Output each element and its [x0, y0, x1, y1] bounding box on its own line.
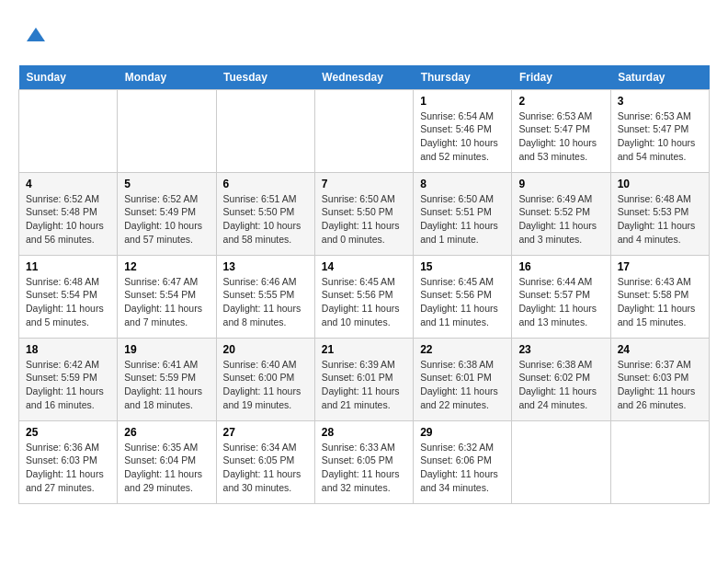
logo-icon	[22, 23, 50, 51]
calendar-cell: 25Sunrise: 6:36 AM Sunset: 6:03 PM Dayli…	[19, 420, 118, 503]
calendar-cell: 26Sunrise: 6:35 AM Sunset: 6:04 PM Dayli…	[118, 420, 216, 503]
calendar-cell: 13Sunrise: 6:46 AM Sunset: 5:55 PM Dayli…	[216, 255, 314, 338]
day-number: 20	[223, 343, 308, 356]
day-info: Sunrise: 6:53 AM Sunset: 5:47 PM Dayligh…	[618, 109, 702, 164]
day-number: 9	[518, 178, 603, 190]
svg-marker-0	[27, 28, 45, 41]
day-info: Sunrise: 6:52 AM Sunset: 5:48 PM Dayligh…	[26, 192, 110, 247]
page-header	[18, 18, 710, 56]
calendar-week-4: 25Sunrise: 6:36 AM Sunset: 6:03 PM Dayli…	[19, 420, 710, 503]
day-number: 4	[26, 178, 110, 190]
calendar-cell: 19Sunrise: 6:41 AM Sunset: 5:59 PM Dayli…	[118, 338, 216, 420]
calendar-body: 1Sunrise: 6:54 AM Sunset: 5:46 PM Daylig…	[19, 89, 710, 503]
calendar-cell: 8Sunrise: 6:50 AM Sunset: 5:51 PM Daylig…	[414, 172, 512, 255]
calendar-cell: 21Sunrise: 6:39 AM Sunset: 6:01 PM Dayli…	[314, 338, 413, 420]
calendar-week-3: 18Sunrise: 6:42 AM Sunset: 5:59 PM Dayli…	[19, 338, 710, 420]
calendar-cell: 2Sunrise: 6:53 AM Sunset: 5:47 PM Daylig…	[512, 89, 610, 172]
day-info: Sunrise: 6:52 AM Sunset: 5:49 PM Dayligh…	[124, 192, 209, 247]
day-info: Sunrise: 6:45 AM Sunset: 5:56 PM Dayligh…	[420, 275, 505, 329]
weekday-saturday: Saturday	[610, 65, 709, 90]
calendar-cell	[610, 420, 709, 503]
calendar-cell: 11Sunrise: 6:48 AM Sunset: 5:54 PM Dayli…	[19, 255, 118, 338]
day-info: Sunrise: 6:35 AM Sunset: 6:04 PM Dayligh…	[124, 441, 209, 495]
calendar-cell: 7Sunrise: 6:50 AM Sunset: 5:50 PM Daylig…	[314, 172, 413, 255]
calendar-week-1: 4Sunrise: 6:52 AM Sunset: 5:48 PM Daylig…	[19, 172, 710, 255]
calendar-cell: 18Sunrise: 6:42 AM Sunset: 5:59 PM Dayli…	[19, 338, 118, 420]
weekday-sunday: Sunday	[19, 65, 118, 90]
calendar-cell: 16Sunrise: 6:44 AM Sunset: 5:57 PM Dayli…	[512, 255, 610, 338]
day-info: Sunrise: 6:50 AM Sunset: 5:51 PM Dayligh…	[420, 192, 505, 247]
calendar-cell: 10Sunrise: 6:48 AM Sunset: 5:53 PM Dayli…	[610, 172, 709, 255]
calendar-cell	[19, 89, 118, 172]
day-number: 16	[518, 260, 603, 273]
day-info: Sunrise: 6:40 AM Sunset: 6:00 PM Dayligh…	[223, 358, 308, 412]
day-number: 11	[26, 260, 110, 273]
calendar-cell: 23Sunrise: 6:38 AM Sunset: 6:02 PM Dayli…	[512, 338, 610, 420]
calendar-cell: 4Sunrise: 6:52 AM Sunset: 5:48 PM Daylig…	[19, 172, 118, 255]
day-info: Sunrise: 6:46 AM Sunset: 5:55 PM Dayligh…	[223, 275, 308, 329]
day-info: Sunrise: 6:39 AM Sunset: 6:01 PM Dayligh…	[322, 358, 406, 412]
day-number: 13	[223, 260, 308, 273]
day-number: 28	[322, 426, 406, 439]
calendar-cell: 3Sunrise: 6:53 AM Sunset: 5:47 PM Daylig…	[610, 89, 709, 172]
day-number: 21	[322, 343, 406, 356]
day-info: Sunrise: 6:51 AM Sunset: 5:50 PM Dayligh…	[223, 192, 308, 247]
calendar-cell: 5Sunrise: 6:52 AM Sunset: 5:49 PM Daylig…	[118, 172, 216, 255]
calendar-cell: 15Sunrise: 6:45 AM Sunset: 5:56 PM Dayli…	[414, 255, 512, 338]
calendar-cell: 27Sunrise: 6:34 AM Sunset: 6:05 PM Dayli…	[216, 420, 314, 503]
day-number: 2	[518, 95, 603, 108]
calendar-cell: 29Sunrise: 6:32 AM Sunset: 6:06 PM Dayli…	[414, 420, 512, 503]
day-number: 25	[26, 426, 110, 439]
day-info: Sunrise: 6:37 AM Sunset: 6:03 PM Dayligh…	[618, 358, 702, 412]
day-number: 14	[322, 260, 406, 273]
day-info: Sunrise: 6:38 AM Sunset: 6:01 PM Dayligh…	[420, 358, 505, 412]
day-number: 5	[124, 178, 209, 190]
calendar-cell: 17Sunrise: 6:43 AM Sunset: 5:58 PM Dayli…	[610, 255, 709, 338]
weekday-monday: Monday	[118, 65, 216, 90]
logo	[18, 23, 50, 56]
weekday-wednesday: Wednesday	[314, 65, 413, 90]
weekday-header-row: SundayMondayTuesdayWednesdayThursdayFrid…	[19, 65, 710, 90]
day-number: 23	[518, 343, 603, 356]
day-info: Sunrise: 6:32 AM Sunset: 6:06 PM Dayligh…	[420, 441, 505, 495]
weekday-friday: Friday	[512, 65, 610, 90]
calendar-cell	[118, 89, 216, 172]
day-number: 3	[618, 95, 702, 108]
day-info: Sunrise: 6:41 AM Sunset: 5:59 PM Dayligh…	[124, 358, 209, 412]
calendar-week-2: 11Sunrise: 6:48 AM Sunset: 5:54 PM Dayli…	[19, 255, 710, 338]
calendar-cell	[314, 89, 413, 172]
calendar-cell: 28Sunrise: 6:33 AM Sunset: 6:05 PM Dayli…	[314, 420, 413, 503]
day-info: Sunrise: 6:53 AM Sunset: 5:47 PM Dayligh…	[518, 109, 603, 164]
day-number: 27	[223, 426, 308, 439]
day-number: 10	[618, 178, 702, 190]
day-info: Sunrise: 6:34 AM Sunset: 6:05 PM Dayligh…	[223, 441, 308, 495]
day-number: 29	[420, 426, 505, 439]
calendar-cell: 24Sunrise: 6:37 AM Sunset: 6:03 PM Dayli…	[610, 338, 709, 420]
day-info: Sunrise: 6:48 AM Sunset: 5:53 PM Dayligh…	[618, 192, 702, 247]
day-number: 17	[618, 260, 702, 273]
day-number: 6	[223, 178, 308, 190]
calendar-cell	[216, 89, 314, 172]
day-number: 22	[420, 343, 505, 356]
calendar-cell: 6Sunrise: 6:51 AM Sunset: 5:50 PM Daylig…	[216, 172, 314, 255]
calendar-cell: 12Sunrise: 6:47 AM Sunset: 5:54 PM Dayli…	[118, 255, 216, 338]
calendar-cell: 20Sunrise: 6:40 AM Sunset: 6:00 PM Dayli…	[216, 338, 314, 420]
weekday-tuesday: Tuesday	[216, 65, 314, 90]
calendar-cell: 9Sunrise: 6:49 AM Sunset: 5:52 PM Daylig…	[512, 172, 610, 255]
day-info: Sunrise: 6:43 AM Sunset: 5:58 PM Dayligh…	[618, 275, 702, 329]
day-number: 1	[420, 95, 505, 108]
day-number: 7	[322, 178, 406, 190]
day-number: 18	[26, 343, 110, 356]
day-number: 19	[124, 343, 209, 356]
day-info: Sunrise: 6:54 AM Sunset: 5:46 PM Dayligh…	[420, 109, 505, 164]
day-info: Sunrise: 6:48 AM Sunset: 5:54 PM Dayligh…	[26, 275, 110, 329]
day-info: Sunrise: 6:45 AM Sunset: 5:56 PM Dayligh…	[322, 275, 406, 329]
calendar-table: SundayMondayTuesdayWednesdayThursdayFrid…	[18, 65, 710, 504]
day-info: Sunrise: 6:38 AM Sunset: 6:02 PM Dayligh…	[518, 358, 603, 412]
day-number: 12	[124, 260, 209, 273]
calendar-cell: 22Sunrise: 6:38 AM Sunset: 6:01 PM Dayli…	[414, 338, 512, 420]
day-number: 26	[124, 426, 209, 439]
day-info: Sunrise: 6:42 AM Sunset: 5:59 PM Dayligh…	[26, 358, 110, 412]
calendar-week-0: 1Sunrise: 6:54 AM Sunset: 5:46 PM Daylig…	[19, 89, 710, 172]
calendar-cell	[512, 420, 610, 503]
